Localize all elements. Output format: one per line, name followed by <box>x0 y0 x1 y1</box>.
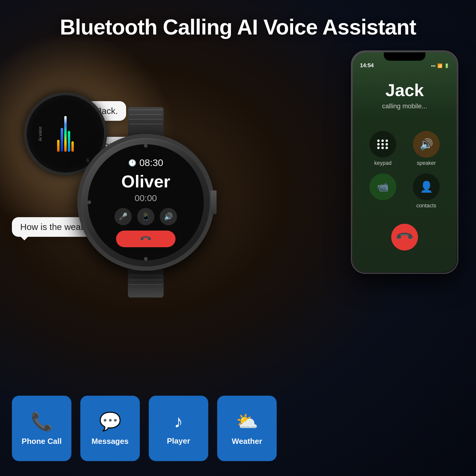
features-row: 📞 Phone Call 💬 Messages ♪ Player ⛅ Weath… <box>12 396 277 461</box>
clock-icon: 🕐 <box>128 159 136 167</box>
player-icon: ♪ <box>174 411 183 432</box>
phone-screen: 14:54 ▪▪▪ 📶 🔋 Jack calling mobile... <box>353 52 456 272</box>
feature-weather[interactable]: ⛅ Weather <box>217 396 277 461</box>
battery-icon: 🔋 <box>444 63 449 68</box>
watch-large-face: 🕐 08:30 Oliver 00:00 🎤 📱 🔊 📞 <box>88 144 204 260</box>
phone-time: 14:54 <box>360 62 374 69</box>
feature-messages[interactable]: 💬 Messages <box>80 396 140 461</box>
messages-label: Messages <box>92 437 129 446</box>
phone-controls: keypad 🔊 speaker 📹 <box>353 122 456 218</box>
page-container: Bluetooth Calling AI Voice Assistant Ple… <box>0 0 476 476</box>
wifi-icon: 📶 <box>437 63 442 68</box>
phone-caller-status: calling mobile... <box>359 102 450 110</box>
watch-caller-name: Oliver <box>121 171 170 191</box>
page-title: Bluetooth Calling AI Voice Assistant <box>0 0 476 48</box>
phone-speaker-button[interactable]: 🔊 speaker <box>408 131 444 166</box>
watch-call-duration: 00:00 <box>134 193 157 203</box>
phone-contacts-button[interactable]: 👤 contacts <box>408 173 444 209</box>
phone: 14:54 ▪▪▪ 📶 🔋 Jack calling mobile... <box>351 51 458 274</box>
phone-end-call-button[interactable]: 📞 <box>391 224 418 250</box>
watch-controls: 🎤 📱 🔊 <box>115 208 177 225</box>
watch-large-outer: 🕐 08:30 Oliver 00:00 🎤 📱 🔊 📞 <box>77 134 214 271</box>
phone-call-label: Phone Call <box>22 437 62 446</box>
weather-icon: ⛅ <box>236 411 258 432</box>
contacts-label: contacts <box>416 203 436 209</box>
speaker-label: speaker <box>417 160 436 166</box>
phone-video-button[interactable]: 📹 <box>365 173 401 209</box>
keypad-icon-bg <box>369 131 396 158</box>
watch-volume-button[interactable]: 🔊 <box>160 208 177 225</box>
speaker-icon-bg: 🔊 <box>413 131 440 158</box>
watch-band-top <box>128 107 164 137</box>
watch-phone-button[interactable]: 📱 <box>137 208 154 225</box>
phone-outer: 14:54 ▪▪▪ 📶 🔋 Jack calling mobile... <box>351 51 458 274</box>
keypad-label: keypad <box>374 160 392 166</box>
contacts-icon-bg: 👤 <box>413 173 440 200</box>
feature-player[interactable]: ♪ Player <box>149 396 208 461</box>
watch-large: 🕐 08:30 Oliver 00:00 🎤 📱 🔊 📞 <box>77 134 214 271</box>
watch-mute-button[interactable]: 🎤 <box>115 208 132 225</box>
watch-screw-top <box>144 144 148 148</box>
watch-crown <box>211 190 217 214</box>
phone-caller-name: Jack <box>359 80 450 100</box>
ai-voice-label: Ai voice <box>38 126 43 141</box>
watch-time-row: 🕐 08:30 <box>128 157 163 168</box>
end-call-icon: 📞 <box>394 227 415 248</box>
messages-icon: 💬 <box>99 411 121 432</box>
phone-notch <box>384 52 425 61</box>
weather-label: Weather <box>232 437 262 446</box>
phone-caller-info: Jack calling mobile... <box>353 71 456 116</box>
ai-waveform <box>57 116 74 152</box>
video-icon-bg: 📹 <box>369 173 396 200</box>
watch-band-bottom <box>128 268 164 298</box>
feature-phone-call[interactable]: 📞 Phone Call <box>12 396 71 461</box>
phone-call-icon: 📞 <box>31 411 53 432</box>
signal-icon: ▪▪▪ <box>431 63 436 68</box>
player-label: Player <box>167 436 190 446</box>
watch-screw-left <box>87 201 91 204</box>
watch-display-time: 08:30 <box>139 157 163 168</box>
band-links-top <box>128 107 164 127</box>
watch-end-call-button[interactable]: 📞 <box>116 231 176 247</box>
phone-keypad-button[interactable]: keypad <box>365 131 401 166</box>
status-icons: ▪▪▪ 📶 🔋 <box>431 63 449 68</box>
watch-screw-bottom <box>144 257 148 261</box>
